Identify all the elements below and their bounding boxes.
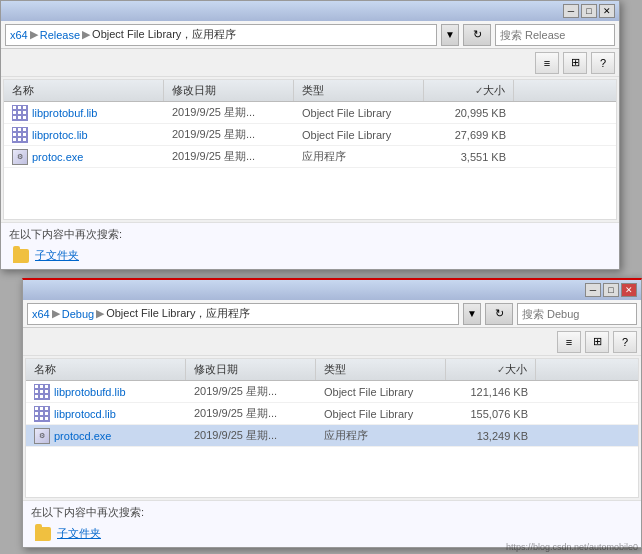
nav-refresh-debug[interactable]: ↻	[485, 303, 513, 325]
col-header-date-release[interactable]: 修改日期	[164, 80, 294, 101]
file-date-protocd: 2019/9/25 星期...	[186, 428, 316, 443]
table-row[interactable]: libprotocd.lib 2019/9/25 星期... Object Fi…	[26, 403, 638, 425]
close-btn-release[interactable]: ✕	[599, 4, 615, 18]
title-bar-release: ─ □ ✕	[1, 1, 619, 21]
col-header-type-debug[interactable]: 类型	[316, 359, 446, 380]
file-list-header-release: 名称 修改日期 类型 ✓ 大小	[4, 80, 616, 102]
file-type-protoc: 应用程序	[294, 149, 424, 164]
maximize-btn-release[interactable]: □	[581, 4, 597, 18]
file-size-protoc: 3,551 KB	[424, 151, 514, 163]
exe-icon: ⚙	[12, 149, 28, 165]
file-list-release: 名称 修改日期 类型 ✓ 大小 libprotobuf.lib 2019/9/2…	[3, 79, 617, 220]
view-btn-debug[interactable]: ≡	[557, 331, 581, 353]
file-size-libprotobuf: 20,995 KB	[424, 107, 514, 119]
search-input-release[interactable]	[495, 24, 615, 46]
address-path-release[interactable]: x64 ▶ Release ▶ Object File Library，应用程序	[5, 24, 437, 46]
col-header-date-debug[interactable]: 修改日期	[186, 359, 316, 380]
minimize-btn-release[interactable]: ─	[563, 4, 579, 18]
debug-window: ─ □ ✕ x64 ▶ Debug ▶ Object File Library，…	[22, 278, 642, 548]
file-name-libprotobuf: libprotobuf.lib	[4, 105, 164, 121]
folder-link-debug[interactable]: 子文件夹	[57, 526, 101, 541]
table-row[interactable]: libprotoc.lib 2019/9/25 星期... Object Fil…	[4, 124, 616, 146]
content-area-release: 名称 修改日期 类型 ✓ 大小 libprotobuf.lib 2019/9/2…	[1, 77, 619, 269]
col-header-size-release[interactable]: ✓ 大小	[424, 80, 514, 101]
search-label-debug: 在以下内容中再次搜索:	[31, 505, 633, 520]
lib-icon	[34, 406, 50, 422]
address-bar-release: x64 ▶ Release ▶ Object File Library，应用程序…	[1, 21, 619, 49]
file-type-libprotobuf: Object File Library	[294, 107, 424, 119]
file-type-libprotoc: Object File Library	[294, 129, 424, 141]
file-type-libprotocd: Object File Library	[316, 408, 446, 420]
toolbar-debug: ≡ ⊞ ?	[23, 328, 641, 356]
file-list-debug: 名称 修改日期 类型 ✓ 大小 libprotobufd.lib 2019/9/…	[25, 358, 639, 498]
layout-btn-debug[interactable]: ⊞	[585, 331, 609, 353]
col-header-type-release[interactable]: 类型	[294, 80, 424, 101]
file-size-libprotoc: 27,699 KB	[424, 129, 514, 141]
file-name-protocd: ⚙ protocd.exe	[26, 428, 186, 444]
folder-icon-release	[13, 249, 29, 263]
address-bar-debug: x64 ▶ Debug ▶ Object File Library，应用程序 ▼…	[23, 300, 641, 328]
file-name-libprotoc: libprotoc.lib	[4, 127, 164, 143]
maximize-btn-debug[interactable]: □	[603, 283, 619, 297]
file-date-libprotobuf: 2019/9/25 星期...	[164, 105, 294, 120]
file-type-protocd: 应用程序	[316, 428, 446, 443]
folder-link-release[interactable]: 子文件夹	[35, 248, 79, 263]
file-date-libprotoc: 2019/9/25 星期...	[164, 127, 294, 142]
file-name-libprotocd: libprotocd.lib	[26, 406, 186, 422]
address-dropdown-debug[interactable]: ▼	[463, 303, 481, 325]
search-section-release: 在以下内容中再次搜索: 子文件夹	[1, 222, 619, 269]
exe-icon: ⚙	[34, 428, 50, 444]
title-bar-debug: ─ □ ✕	[23, 280, 641, 300]
nav-refresh-release[interactable]: ↻	[463, 24, 491, 46]
folder-icon-debug	[35, 527, 51, 541]
file-name-libprotobufd: libprotobufd.lib	[26, 384, 186, 400]
close-btn-debug[interactable]: ✕	[621, 283, 637, 297]
view-btn-release[interactable]: ≡	[535, 52, 559, 74]
file-type-libprotobufd: Object File Library	[316, 386, 446, 398]
col-header-size-debug[interactable]: ✓ 大小	[446, 359, 536, 380]
minimize-btn-debug[interactable]: ─	[585, 283, 601, 297]
help-btn-debug[interactable]: ?	[613, 331, 637, 353]
watermark: https://blog.csdn.net/automobile0	[506, 542, 638, 552]
address-path-debug[interactable]: x64 ▶ Debug ▶ Object File Library，应用程序	[27, 303, 459, 325]
table-row[interactable]: libprotobufd.lib 2019/9/25 星期... Object …	[26, 381, 638, 403]
file-size-libprotocd: 155,076 KB	[446, 408, 536, 420]
lib-icon	[12, 127, 28, 143]
col-header-name-debug[interactable]: 名称	[26, 359, 186, 380]
file-size-libprotobufd: 121,146 KB	[446, 386, 536, 398]
file-date-libprotobufd: 2019/9/25 星期...	[186, 384, 316, 399]
file-date-libprotocd: 2019/9/25 星期...	[186, 406, 316, 421]
file-date-protoc: 2019/9/25 星期...	[164, 149, 294, 164]
toolbar-release: ≡ ⊞ ?	[1, 49, 619, 77]
breadcrumb-x64-debug[interactable]: x64	[32, 308, 50, 320]
table-row[interactable]: ⚙ protoc.exe 2019/9/25 星期... 应用程序 3,551 …	[4, 146, 616, 168]
search-section-debug: 在以下内容中再次搜索: 子文件夹	[23, 500, 641, 547]
table-row[interactable]: ⚙ protocd.exe 2019/9/25 星期... 应用程序 13,24…	[26, 425, 638, 447]
layout-btn-release[interactable]: ⊞	[563, 52, 587, 74]
search-label-release: 在以下内容中再次搜索:	[9, 227, 611, 242]
lib-icon	[12, 105, 28, 121]
search-folder-release[interactable]: 子文件夹	[9, 246, 611, 265]
breadcrumb-x64[interactable]: x64	[10, 29, 28, 41]
file-size-protocd: 13,249 KB	[446, 430, 536, 442]
breadcrumb-release[interactable]: Release	[40, 29, 80, 41]
help-btn-release[interactable]: ?	[591, 52, 615, 74]
address-dropdown-release[interactable]: ▼	[441, 24, 459, 46]
release-window: ─ □ ✕ x64 ▶ Release ▶ Object File Librar…	[0, 0, 620, 270]
file-name-protoc: ⚙ protoc.exe	[4, 149, 164, 165]
file-list-header-debug: 名称 修改日期 类型 ✓ 大小	[26, 359, 638, 381]
search-input-debug[interactable]	[517, 303, 637, 325]
breadcrumb-debug[interactable]: Debug	[62, 308, 94, 320]
content-area-debug: 名称 修改日期 类型 ✓ 大小 libprotobufd.lib 2019/9/…	[23, 356, 641, 547]
lib-icon	[34, 384, 50, 400]
search-folder-debug[interactable]: 子文件夹	[31, 524, 633, 543]
breadcrumb-filetype-release: Object File Library，应用程序	[92, 27, 236, 42]
breadcrumb-filetype-debug: Object File Library，应用程序	[106, 306, 250, 321]
col-header-name-release[interactable]: 名称	[4, 80, 164, 101]
table-row[interactable]: libprotobuf.lib 2019/9/25 星期... Object F…	[4, 102, 616, 124]
